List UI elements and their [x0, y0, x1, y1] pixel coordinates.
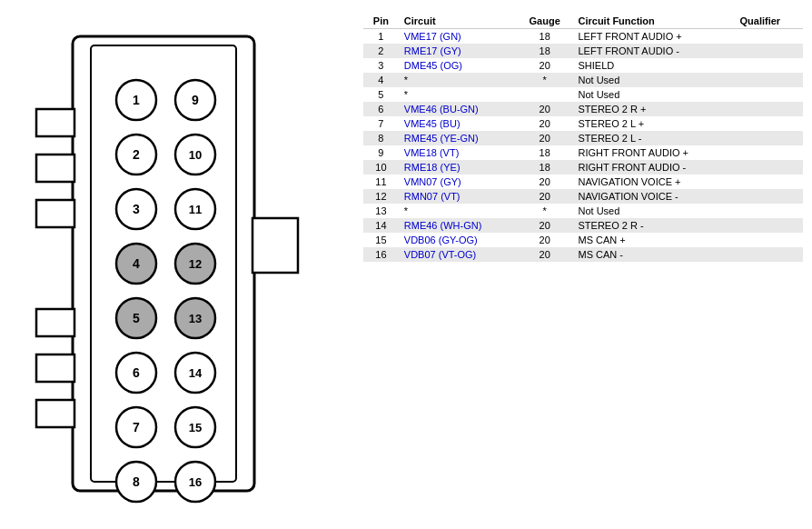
svg-text:1: 1	[133, 93, 140, 107]
cell-function: SHIELD	[572, 58, 734, 73]
cell-function: STEREO 2 L -	[572, 131, 734, 145]
cell-function: STEREO 2 R +	[572, 102, 734, 116]
svg-text:8: 8	[133, 474, 140, 489]
cell-pin: 4	[363, 73, 399, 87]
svg-rect-6	[36, 354, 74, 382]
svg-text:15: 15	[189, 421, 202, 434]
svg-rect-2	[36, 109, 74, 136]
table-row: 1VME17 (GN)18LEFT FRONT AUDIO +	[363, 29, 803, 45]
cell-gauge	[517, 87, 573, 102]
cell-function: Not Used	[572, 204, 734, 218]
table-row: 16VDB07 (VT-OG)20MS CAN -	[363, 247, 803, 262]
table-row: 13**Not Used	[363, 204, 803, 218]
col-header-function: Circuit Function	[572, 14, 734, 29]
cell-gauge: 18	[517, 145, 573, 160]
cell-function: STEREO 2 L +	[572, 116, 734, 131]
pin-table-container: Pin Circuit Gauge Circuit Function Quali…	[354, 9, 803, 262]
cell-gauge: 20	[517, 233, 573, 247]
cell-circuit: VDB07 (VT-OG)	[399, 247, 517, 262]
cell-pin: 1	[363, 29, 399, 45]
cell-function: LEFT FRONT AUDIO +	[572, 29, 734, 45]
table-row: 8RME45 (YE-GN)20STEREO 2 L -	[363, 131, 803, 145]
cell-gauge: 20	[517, 58, 573, 73]
table-row: 15VDB06 (GY-OG)20MS CAN +	[363, 233, 803, 247]
cell-qualifier	[734, 160, 803, 175]
cell-function: MS CAN +	[572, 233, 734, 247]
cell-qualifier	[734, 29, 803, 45]
cell-qualifier	[734, 145, 803, 160]
svg-rect-7	[36, 400, 74, 427]
cell-pin: 9	[363, 145, 399, 160]
svg-text:10: 10	[189, 148, 202, 162]
col-header-circuit: Circuit	[399, 14, 517, 29]
cell-function: STEREO 2 R -	[572, 218, 734, 233]
cell-circuit: *	[399, 73, 517, 87]
svg-text:9: 9	[192, 93, 199, 107]
pin-table: Pin Circuit Gauge Circuit Function Quali…	[363, 14, 803, 262]
svg-rect-3	[36, 155, 74, 182]
cell-circuit: VME46 (BU-GN)	[399, 102, 517, 116]
svg-text:14: 14	[189, 366, 203, 380]
cell-pin: 8	[363, 131, 399, 145]
cell-circuit: VMN07 (GY)	[399, 175, 517, 189]
cell-circuit: *	[399, 204, 517, 218]
cell-circuit: VME18 (VT)	[399, 145, 517, 160]
cell-function: NAVIGATION VOICE +	[572, 175, 734, 189]
svg-text:12: 12	[189, 257, 202, 271]
cell-gauge: 20	[517, 218, 573, 233]
cell-function: MS CAN -	[572, 247, 734, 262]
table-row: 11VMN07 (GY)20NAVIGATION VOICE +	[363, 175, 803, 189]
table-row: 3DME45 (OG)20SHIELD	[363, 58, 803, 73]
cell-pin: 7	[363, 116, 399, 131]
cell-circuit: DME45 (OG)	[399, 58, 517, 73]
cell-function: RIGHT FRONT AUDIO -	[572, 160, 734, 175]
cell-qualifier	[734, 116, 803, 131]
cell-qualifier	[734, 218, 803, 233]
svg-text:13: 13	[189, 312, 202, 325]
table-row: 6VME46 (BU-GN)20STEREO 2 R +	[363, 102, 803, 116]
cell-pin: 16	[363, 247, 399, 262]
svg-text:5: 5	[133, 311, 140, 325]
table-row: 7VME45 (BU)20STEREO 2 L +	[363, 116, 803, 131]
svg-text:11: 11	[189, 203, 202, 216]
svg-text:6: 6	[133, 365, 140, 380]
svg-rect-8	[253, 218, 298, 273]
cell-pin: 13	[363, 204, 399, 218]
col-header-gauge: Gauge	[517, 14, 573, 29]
cell-circuit: RME45 (YE-GN)	[399, 131, 517, 145]
cell-qualifier	[734, 175, 803, 189]
cell-function: Not Used	[572, 87, 734, 102]
cell-qualifier	[734, 131, 803, 145]
cell-circuit: RME46 (WH-GN)	[399, 218, 517, 233]
cell-gauge: *	[517, 73, 573, 87]
cell-pin: 11	[363, 175, 399, 189]
table-row: 2RME17 (GY)18LEFT FRONT AUDIO -	[363, 44, 803, 58]
cell-circuit: *	[399, 87, 517, 102]
cell-qualifier	[734, 87, 803, 102]
cell-pin: 14	[363, 218, 399, 233]
svg-rect-4	[36, 200, 74, 227]
svg-text:3: 3	[133, 202, 140, 216]
svg-text:7: 7	[133, 420, 140, 434]
cell-gauge: 20	[517, 102, 573, 116]
cell-circuit: VME17 (GN)	[399, 29, 517, 45]
cell-qualifier	[734, 73, 803, 87]
svg-text:16: 16	[189, 475, 202, 489]
cell-gauge: 20	[517, 116, 573, 131]
cell-qualifier	[734, 233, 803, 247]
col-header-qualifier: Qualifier	[734, 14, 803, 29]
cell-function: NAVIGATION VOICE -	[572, 189, 734, 204]
connector-diagram: 1 2 3 4 5 6 7 8 9 10 11 12	[9, 9, 354, 518]
svg-text:2: 2	[133, 147, 140, 162]
cell-gauge: *	[517, 204, 573, 218]
cell-gauge: 20	[517, 131, 573, 145]
table-row: 10RME18 (YE)18RIGHT FRONT AUDIO -	[363, 160, 803, 175]
cell-pin: 15	[363, 233, 399, 247]
cell-gauge: 18	[517, 29, 573, 45]
cell-circuit: RME17 (GY)	[399, 44, 517, 58]
cell-circuit: RMN07 (VT)	[399, 189, 517, 204]
cell-function: RIGHT FRONT AUDIO +	[572, 145, 734, 160]
cell-function: Not Used	[572, 73, 734, 87]
table-row: 9VME18 (VT)18RIGHT FRONT AUDIO +	[363, 145, 803, 160]
svg-text:4: 4	[133, 256, 140, 271]
